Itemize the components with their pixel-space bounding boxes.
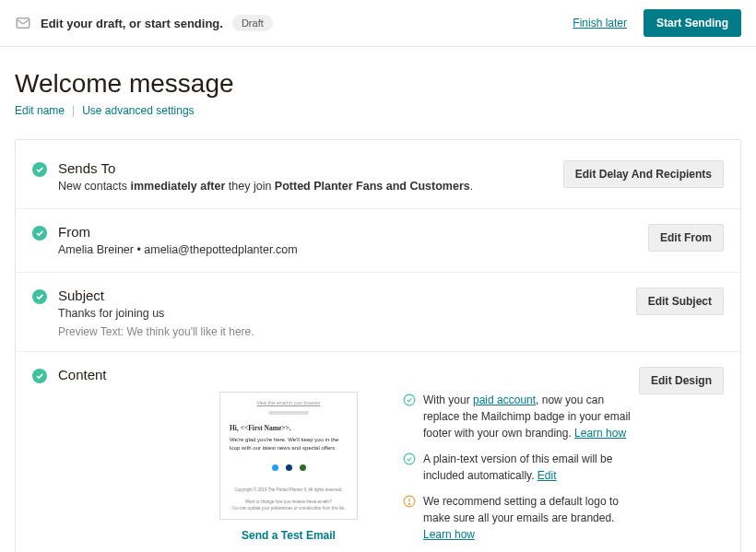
from-body: From Amelia Breiner • amelia@thepottedpl…	[58, 224, 648, 259]
mail-icon	[15, 15, 31, 31]
draft-badge: Draft	[232, 15, 273, 31]
edit-delay-recipients-button[interactable]: Edit Delay And Recipients	[563, 160, 724, 188]
check-icon	[32, 289, 47, 304]
page-title: Welcome message	[15, 69, 741, 99]
tips-column: With your paid account, now you can repl…	[403, 392, 639, 552]
svg-point-4	[408, 504, 409, 505]
content-section: Content View this email in your browser …	[16, 352, 740, 552]
preview-greeting: Hi, <<First Name>>.	[230, 424, 348, 432]
link-icon	[300, 464, 306, 471]
subject-title: Subject	[58, 288, 636, 303]
facebook-icon	[286, 464, 292, 471]
edit-plaintext-link[interactable]: Edit	[537, 469, 557, 482]
from-section: From Amelia Breiner • amelia@thepottedpl…	[16, 209, 740, 273]
preview-view-browser: View this email in your browser	[230, 400, 348, 405]
sends-to-section: Sends To New contacts immediately after …	[16, 146, 740, 209]
from-value: Amelia Breiner • amelia@thepottedplanter…	[58, 241, 648, 259]
tip-plain-text: A plain-text version of this email will …	[403, 451, 639, 484]
warning-circle-icon	[403, 495, 416, 508]
separator: |	[72, 104, 75, 117]
tip-paid-account: With your paid account, now you can repl…	[403, 392, 639, 441]
start-sending-button[interactable]: Start Sending	[644, 9, 741, 37]
finish-later-link[interactable]: Finish later	[573, 17, 627, 29]
subject-value: Thanks for joining us	[58, 305, 636, 323]
campaign-panel: Sends To New contacts immediately after …	[15, 139, 741, 552]
sends-to-title: Sends To	[58, 160, 563, 176]
check-circle-icon	[403, 452, 416, 465]
edit-design-button[interactable]: Edit Design	[639, 367, 724, 394]
topbar-right: Finish later Start Sending	[573, 9, 741, 37]
header-subactions: Edit name | Use advanced settings	[15, 104, 741, 117]
tip-text: A plain-text version of this email will …	[423, 451, 639, 484]
preview-body: We're glad you're here. We'll keep you i…	[230, 436, 348, 452]
check-icon	[32, 162, 47, 177]
svg-point-2	[404, 453, 415, 464]
learn-how-logo-link[interactable]: Learn how	[423, 528, 475, 541]
preview-text: Preview Text: We think you'll like it he…	[58, 325, 636, 338]
preview-column: View this email in your browser Hi, <<Fi…	[196, 392, 381, 542]
tip-text: With your paid account, now you can repl…	[423, 392, 639, 441]
subject-body: Subject Thanks for joining us Preview Te…	[58, 288, 636, 339]
paid-account-link[interactable]: paid account	[473, 393, 536, 406]
edit-name-link[interactable]: Edit name	[15, 104, 65, 117]
twitter-icon	[272, 464, 278, 471]
sends-to-text: New contacts immediately after they join…	[58, 178, 563, 195]
sends-to-body: Sends To New contacts immediately after …	[58, 160, 563, 195]
tip-default-logo: We recommend setting a default logo to m…	[403, 493, 639, 543]
content-row: View this email in your browser Hi, <<Fi…	[58, 392, 639, 552]
check-icon	[32, 226, 47, 241]
svg-point-1	[404, 394, 415, 405]
subject-section: Subject Thanks for joining us Preview Te…	[16, 273, 740, 353]
edit-from-button[interactable]: Edit From	[648, 224, 724, 252]
draft-prompt: Edit your draft, or start sending.	[41, 17, 223, 30]
advanced-settings-link[interactable]: Use advanced settings	[82, 104, 194, 117]
tip-text: We recommend setting a default logo to m…	[423, 493, 639, 543]
edit-subject-button[interactable]: Edit Subject	[636, 288, 724, 315]
page: Welcome message Edit name | Use advanced…	[0, 47, 756, 552]
check-icon	[32, 369, 47, 383]
learn-how-branding-link[interactable]: Learn how	[574, 427, 626, 440]
preview-footer: Copyright © 2019 The Potted Planter II, …	[230, 487, 348, 511]
topbar: Edit your draft, or start sending. Draft…	[0, 0, 756, 47]
preview-social-icons	[230, 464, 348, 471]
content-body: Content View this email in your browser …	[58, 367, 639, 552]
content-title: Content	[58, 367, 639, 382]
from-title: From	[58, 224, 648, 240]
topbar-left: Edit your draft, or start sending. Draft	[15, 15, 573, 31]
send-test-email-link[interactable]: Send a Test Email	[242, 529, 336, 542]
email-preview[interactable]: View this email in your browser Hi, <<Fi…	[219, 392, 358, 520]
preview-divider	[268, 411, 309, 415]
check-circle-icon	[403, 393, 416, 406]
